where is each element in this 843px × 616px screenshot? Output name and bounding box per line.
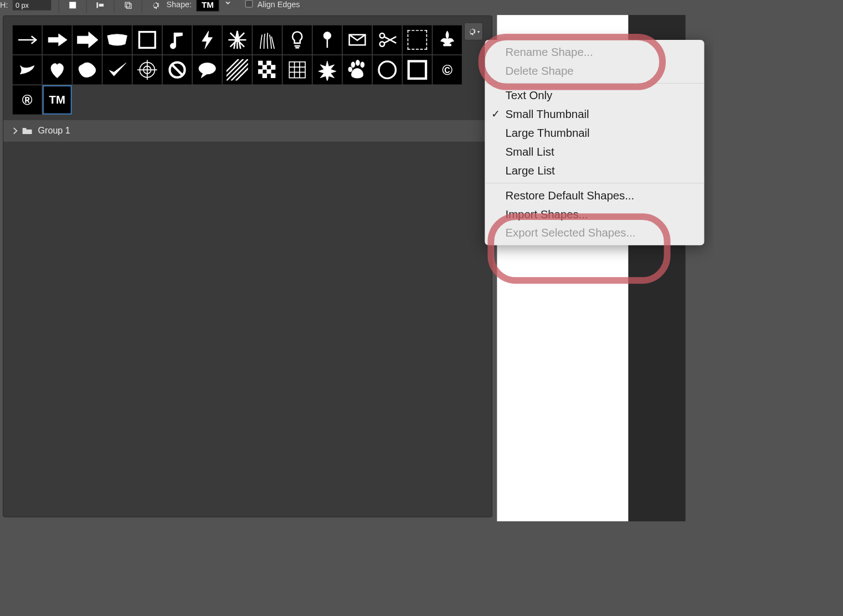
shape-label: Shape: xyxy=(167,0,192,9)
svg-point-19 xyxy=(380,33,384,38)
svg-rect-34 xyxy=(267,61,271,65)
shape-grid[interactable] xyxy=(282,55,311,84)
separator xyxy=(59,0,59,13)
shape-pushpin[interactable] xyxy=(313,25,342,54)
svg-rect-8 xyxy=(139,32,155,48)
svg-point-27 xyxy=(199,63,215,74)
shape-arrow-thin-right[interactable] xyxy=(13,25,42,54)
separator xyxy=(142,0,142,13)
svg-rect-38 xyxy=(267,69,271,74)
menu-item-rename-shape: Rename Shape... xyxy=(485,43,704,61)
options-bar: H: Shape: TM Align Edges xyxy=(0,0,713,15)
menu-item-restore-default-shapes[interactable]: Restore Default Shapes... xyxy=(485,186,704,205)
separator xyxy=(114,0,115,13)
align-edges-checkbox[interactable] xyxy=(245,0,253,8)
menu-item-import-shapes[interactable]: Import Shapes... xyxy=(485,205,704,224)
shape-envelope[interactable] xyxy=(343,25,372,54)
svg-rect-1 xyxy=(96,2,98,8)
shape-checkmark[interactable] xyxy=(102,55,131,84)
menu-item-small-list[interactable]: Small List xyxy=(485,142,704,161)
svg-rect-3 xyxy=(125,2,130,7)
svg-rect-33 xyxy=(258,61,263,65)
shape-grass[interactable] xyxy=(253,25,281,54)
panel-gear-button[interactable]: ▾ xyxy=(464,23,483,40)
shape-rough-frame[interactable] xyxy=(133,25,162,54)
shape-lightbulb[interactable] xyxy=(282,25,311,54)
menu-divider xyxy=(485,83,704,84)
svg-rect-7 xyxy=(78,36,89,44)
group-label: Group 1 xyxy=(38,126,70,136)
shape-flyout-menu: Rename Shape...Delete ShapeText OnlySmal… xyxy=(485,40,704,245)
menu-item-export-selected-shapes: Export Selected Shapes... xyxy=(485,224,704,243)
shape-ribbon[interactable] xyxy=(13,55,42,84)
arrange-icon[interactable] xyxy=(122,0,134,11)
shape-target[interactable] xyxy=(133,55,162,84)
svg-point-50 xyxy=(379,61,395,78)
shape-speech-bubble[interactable] xyxy=(193,55,222,84)
align-icon[interactable] xyxy=(94,0,106,11)
shape-eighth-note[interactable] xyxy=(163,25,192,54)
shape-registered[interactable]: ® xyxy=(13,85,42,114)
shape-preview[interactable]: TM xyxy=(197,0,219,11)
shape-heart[interactable] xyxy=(43,55,71,84)
svg-rect-41 xyxy=(289,62,305,78)
shape-banner[interactable] xyxy=(102,25,131,54)
svg-rect-4 xyxy=(127,4,131,8)
shape-starburst[interactable] xyxy=(223,25,251,54)
menu-divider xyxy=(485,183,704,183)
shapes-grid: © ® TM xyxy=(3,16,492,117)
align-edges-label: Align Edges xyxy=(258,0,300,9)
fill-swatch-icon[interactable] xyxy=(66,0,79,11)
svg-point-20 xyxy=(380,42,384,46)
menu-item-small-thumbnail[interactable]: Small Thumbnail xyxy=(485,105,704,124)
menu-item-text-only[interactable]: Text Only xyxy=(485,86,704,105)
menu-item-large-thumbnail[interactable]: Large Thumbnail xyxy=(485,124,704,142)
shape-scissors[interactable] xyxy=(373,25,402,54)
svg-point-48 xyxy=(361,62,364,68)
folder-icon xyxy=(22,127,33,135)
shape-copyright[interactable]: © xyxy=(433,55,461,84)
svg-rect-40 xyxy=(271,74,275,78)
gear-icon[interactable] xyxy=(150,0,162,11)
svg-rect-35 xyxy=(263,65,267,70)
shape-no-symbol[interactable] xyxy=(163,55,192,84)
shape-checker[interactable] xyxy=(253,55,281,84)
svg-rect-37 xyxy=(258,69,263,74)
height-label: H: xyxy=(0,0,8,10)
menu-item-delete-shape: Delete Shape xyxy=(485,61,704,80)
shape-stamp-dashed[interactable] xyxy=(403,25,431,54)
separator xyxy=(86,0,87,13)
svg-rect-36 xyxy=(271,65,275,70)
svg-rect-0 xyxy=(69,2,76,8)
shape-arrow-medium-right[interactable] xyxy=(43,25,71,54)
shape-trademark[interactable]: TM xyxy=(43,85,71,114)
svg-rect-6 xyxy=(48,38,59,42)
shape-dropdown-icon[interactable] xyxy=(224,0,232,6)
shape-square-outline[interactable] xyxy=(403,55,431,84)
shape-spark[interactable] xyxy=(313,55,342,84)
menu-item-large-list[interactable]: Large List xyxy=(485,161,704,180)
svg-rect-39 xyxy=(263,74,267,78)
shape-group-row[interactable]: Group 1 xyxy=(3,120,492,142)
shape-blob[interactable] xyxy=(73,55,101,84)
chevron-right-icon xyxy=(11,127,17,134)
shape-circle[interactable] xyxy=(373,55,402,84)
height-input[interactable] xyxy=(13,0,51,11)
svg-point-46 xyxy=(351,62,355,68)
svg-point-49 xyxy=(348,67,352,71)
shape-lightning[interactable] xyxy=(193,25,222,54)
shape-arrow-bold-right[interactable] xyxy=(73,25,101,54)
dropdown-caret-icon: ▾ xyxy=(477,29,480,34)
shape-paw[interactable] xyxy=(343,55,372,84)
shape-fleur-de-lis[interactable] xyxy=(433,25,461,54)
svg-point-47 xyxy=(356,60,359,65)
svg-point-17 xyxy=(323,32,331,40)
svg-rect-2 xyxy=(99,4,104,7)
shape-picker-panel: © ® TM Group 1 xyxy=(3,16,492,517)
svg-line-28 xyxy=(227,59,248,81)
shape-diagonal-lines[interactable] xyxy=(223,55,251,84)
svg-line-26 xyxy=(172,64,183,75)
